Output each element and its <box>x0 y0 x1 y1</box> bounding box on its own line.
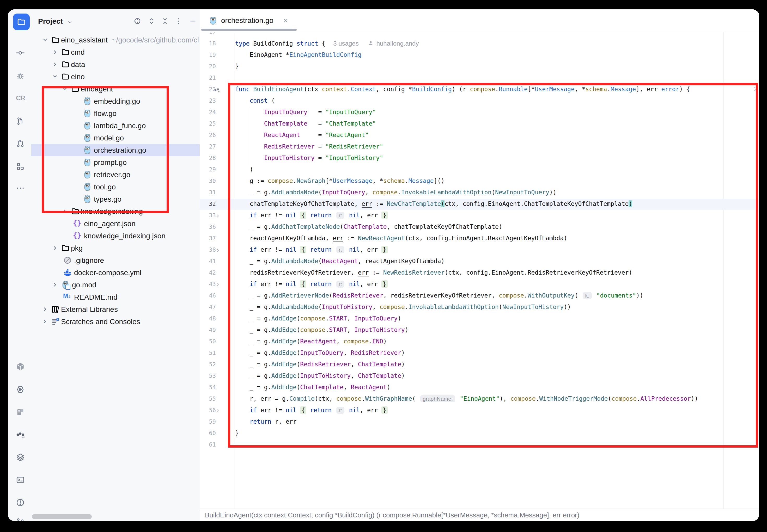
code-line-55[interactable]: 55 r, err = g.Compile(ctx, compose.WithG… <box>200 394 759 405</box>
code-line-42[interactable]: 42 redisRetrieverKeyOfRetriever, err := … <box>200 268 759 279</box>
project-panel-title[interactable]: Project <box>38 17 63 26</box>
bookmarks-icon[interactable] <box>16 408 25 417</box>
code-line-48[interactable]: 48 _ = g.AddEdge(compose.START, InputToQ… <box>200 313 759 325</box>
tree-item-tool-go[interactable]: tool.go <box>31 181 200 193</box>
code-line-43[interactable]: 43 if err != nil { return r: nil, err } <box>200 279 759 290</box>
code-line-17[interactable]: 17 <box>200 32 759 38</box>
code-line-36[interactable]: 36 _ = g.AddChatTemplateNode(ChatTemplat… <box>200 222 759 233</box>
tree-item-eino[interactable]: eino <box>31 71 200 83</box>
close-icon[interactable] <box>282 17 289 24</box>
chevron-down-icon[interactable] <box>61 85 69 93</box>
tree-item-prompt-go[interactable]: prompt.go <box>31 156 200 169</box>
tree-item-retriever-go[interactable]: retriever.go <box>31 169 200 181</box>
code-line-33[interactable]: 33 if err != nil { return r: nil, err } <box>200 210 759 222</box>
code-line-29[interactable]: 29 ) <box>200 164 759 176</box>
code-line-46[interactable]: 46 _ = g.AddRetrieverNode(RedisRetriever… <box>200 290 759 302</box>
code-line-28[interactable]: 28 InputToHistory = "InputToHistory" <box>200 153 759 164</box>
debug-icon[interactable] <box>16 71 25 80</box>
code-line-51[interactable]: 51 _ = g.AddEdge(InputToQuery, RedisRetr… <box>200 348 759 359</box>
code-line-41[interactable]: 41 _ = g.AddLambdaNode(ReactAgent, react… <box>200 256 759 268</box>
tree-item-docker-compose-yml[interactable]: docker-compose.yml <box>31 267 200 279</box>
profiler-icon[interactable] <box>16 430 25 439</box>
tree-item-types-go[interactable]: types.go <box>31 193 200 205</box>
chevron-down-icon[interactable] <box>41 36 49 44</box>
code-line-23[interactable]: 23 const ( <box>200 96 759 107</box>
commit-icon[interactable] <box>16 48 25 57</box>
code-line-32[interactable]: 32 chatTemplateKeyOfChatTemplate, err :=… <box>200 199 759 210</box>
problems-icon[interactable] <box>16 498 25 507</box>
run-icon[interactable] <box>16 385 25 394</box>
tree-item-flow-go[interactable]: flow.go <box>31 107 200 120</box>
code-review-icon[interactable]: CR <box>16 94 25 103</box>
code-line-60[interactable]: 60} <box>200 428 759 440</box>
expand-all-icon[interactable] <box>147 17 155 25</box>
code-editor[interactable]: 1718type BuildConfig struct {3 usageshuh… <box>200 32 759 509</box>
locate-icon[interactable] <box>133 17 141 25</box>
tree-item-einoagent[interactable]: einoagent <box>31 83 200 95</box>
pull-requests-icon[interactable] <box>16 139 25 148</box>
tree-item-knowledgeindexing[interactable]: knowledgeindexing <box>31 205 200 218</box>
code-line-30[interactable]: 30 g := compose.NewGraph[*UserMessage, *… <box>200 176 759 187</box>
tree-item-cmd[interactable]: cmd <box>31 46 200 58</box>
tree-item-model-go[interactable]: model.go <box>31 132 200 144</box>
tree-item-knowledge-indexing-json[interactable]: {}knowledge_indexing.json <box>31 230 200 242</box>
tree-item-external-libraries[interactable]: External Libraries <box>31 303 200 316</box>
tree-item-go-mod[interactable]: go.mod <box>31 279 200 291</box>
chevron-right-icon[interactable] <box>51 48 59 56</box>
collapse-all-icon[interactable] <box>161 17 169 25</box>
code-line-49[interactable]: 49 _ = g.AddEdge(compose.START, InputToH… <box>200 325 759 336</box>
code-line-54[interactable]: 54 _ = g.AddEdge(ChatTemplate, ReactAgen… <box>200 382 759 394</box>
tree-item-scratches-and-consoles[interactable]: Scratches and Consoles <box>31 316 200 328</box>
options-icon[interactable] <box>175 17 182 25</box>
structure-icon[interactable] <box>16 162 25 171</box>
code-line-61[interactable]: 61 <box>200 440 759 451</box>
fold-chevron-icon[interactable] <box>215 213 221 219</box>
code-line-31[interactable]: 31 _ = g.AddLambdaNode(InputToQuery, com… <box>200 187 759 199</box>
project-tool-button[interactable] <box>13 14 30 30</box>
tree-item-eino-assistant[interactable]: eino_assistant~/gocode/src/github.com/cl <box>31 34 200 46</box>
code-line-21[interactable]: 21 <box>200 73 759 84</box>
chevron-right-icon[interactable] <box>51 244 59 252</box>
code-line-56[interactable]: 56 if err != nil { return r: nil, err } <box>200 405 759 417</box>
terminal-icon[interactable] <box>16 475 25 484</box>
chevron-down-icon[interactable] <box>51 73 59 81</box>
code-line-18[interactable]: 18type BuildConfig struct {3 usageshuhai… <box>200 38 759 50</box>
chevron-right-icon[interactable] <box>61 207 69 215</box>
code-line-25[interactable]: 25 ChatTemplate = "ChatTemplate" <box>200 119 759 130</box>
chevron-right-icon[interactable] <box>51 281 59 289</box>
fold-chevron-icon[interactable] <box>215 408 221 414</box>
tree-item--gitignore[interactable]: .gitignore <box>31 254 200 267</box>
fold-chevron-icon[interactable] <box>215 282 221 288</box>
chevron-right-icon[interactable] <box>41 305 49 313</box>
code-line-26[interactable]: 26 ReactAgent = "ReactAgent" <box>200 130 759 141</box>
tree-item-data[interactable]: data <box>31 58 200 71</box>
code-line-53[interactable]: 53 _ = g.AddEdge(InputToHistory, ChatTem… <box>200 371 759 382</box>
code-line-59[interactable]: 59 return r, err <box>200 417 759 428</box>
database-icon[interactable] <box>16 453 25 462</box>
project-panel-hscrollbar[interactable] <box>32 514 92 519</box>
tree-item-orchestration-go[interactable]: orchestration.go <box>31 144 200 156</box>
code-line-24[interactable]: 24 InputToQuery = "InputToQuery" <box>200 107 759 119</box>
tree-item-eino-agent-json[interactable]: {}eino_agent.json <box>31 218 200 230</box>
chevron-right-icon[interactable] <box>41 318 49 325</box>
chevron-right-icon[interactable] <box>51 60 59 68</box>
code-vision-gutter-icon[interactable] <box>214 86 221 94</box>
code-line-37[interactable]: 37 reactAgentKeyOfLambda, err := NewReac… <box>200 233 759 245</box>
tree-item-pkg[interactable]: pkg <box>31 242 200 254</box>
code-line-52[interactable]: 52 _ = g.AddEdge(RedisRetriever, ChatTem… <box>200 359 759 371</box>
tree-item-embedding-go[interactable]: embedding.go <box>31 95 200 107</box>
fold-chevron-icon[interactable] <box>215 247 221 253</box>
code-line-47[interactable]: 47 _ = g.AddLambdaNode(InputToHistory, c… <box>200 302 759 313</box>
more-icon[interactable] <box>16 184 25 193</box>
code-line-20[interactable]: 20} <box>200 61 759 73</box>
vcs-update-icon[interactable] <box>16 117 25 126</box>
tree-item-lambda-func-go[interactable]: lambda_func.go <box>31 120 200 132</box>
code-line-50[interactable]: 50 _ = g.AddEdge(ReactAgent, compose.END… <box>200 336 759 348</box>
code-line-22[interactable]: 22func BuildEinoAgent(ctx context.Contex… <box>200 84 759 96</box>
tree-item-readme-md[interactable]: M↓README.md <box>31 291 200 303</box>
hide-icon[interactable] <box>189 17 197 25</box>
code-line-27[interactable]: 27 RedisRetriever = "RedisRetriever" <box>200 141 759 153</box>
git-icon[interactable] <box>16 517 25 521</box>
code-line-38[interactable]: 38 if err != nil { return r: nil, err } <box>200 245 759 256</box>
code-line-19[interactable]: 19 EinoAgent *EinoAgentBuildConfig <box>200 50 759 61</box>
